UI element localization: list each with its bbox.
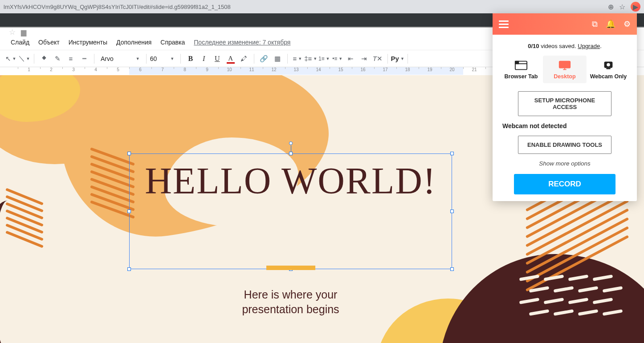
bold-button[interactable]: B [184, 52, 197, 65]
resize-handle-sw[interactable] [127, 267, 131, 271]
svg-point-3 [607, 63, 610, 67]
font-size-select[interactable]: 60▼ [150, 55, 177, 62]
indent-increase-button[interactable]: ⇥ [358, 52, 371, 65]
menu-addons[interactable]: Дополнения [112, 36, 156, 49]
mode-desktop[interactable]: Desktop [543, 56, 587, 83]
title-text-box-selected[interactable]: HELLO WORLD! [129, 153, 452, 269]
highlight-color-button[interactable]: 🖍 [238, 52, 250, 65]
menu-slide[interactable]: Слайд [6, 36, 34, 49]
clear-formatting-button[interactable]: T✕ [371, 52, 384, 65]
resize-handle-se[interactable] [450, 267, 454, 271]
menu-object[interactable]: Объект [34, 36, 64, 49]
browser-actions: ⊕ ☆ ▶ [608, 2, 640, 12]
italic-button[interactable]: I [198, 52, 210, 65]
decorative-underline-bar [266, 266, 315, 270]
insert-comment-icon[interactable]: ▦ [271, 52, 284, 65]
zoom-icon[interactable]: ⊕ [608, 3, 614, 11]
font-family-select[interactable]: Arvo▼ [98, 53, 143, 65]
resize-handle-w[interactable] [127, 210, 131, 213]
capture-mode-row: Browser Tab Desktop Webcam Only [499, 56, 630, 83]
subtitle-line: presentation begins [242, 303, 339, 315]
enable-drawing-button[interactable]: ENABLE DRAWING TOOLS [518, 136, 611, 154]
slide-title-text[interactable]: HELLO WORLD! [130, 154, 452, 204]
saved-count: 0/10 [528, 43, 539, 49]
setup-mic-button[interactable]: SETUP MICROPHONE ACCESS [518, 91, 611, 116]
record-button[interactable]: RECORD [514, 174, 615, 194]
align-button[interactable]: ≡▼ [291, 52, 304, 65]
browser-address-bar: lmXYfsVkHCOVm9g8UYWq_QgWPj8S4sYIriTcJ0IT… [0, 0, 644, 13]
rotate-handle[interactable] [289, 141, 293, 145]
mode-webcam[interactable]: Webcam Only [587, 56, 630, 83]
insert-link-icon[interactable]: 🔗 [258, 52, 270, 65]
bookmark-star-icon[interactable]: ☆ [619, 3, 625, 11]
upgrade-link[interactable]: Upgrade [578, 43, 600, 49]
decorative-dashes [519, 276, 617, 330]
underline-button[interactable]: U [211, 52, 224, 65]
select-tool[interactable]: ↖▼ [4, 52, 17, 65]
url-text: lmXYfsVkHCOVm9g8UYWq_QgWPj8S4sYIriTcJ0IT… [4, 4, 608, 10]
border-color-icon[interactable]: ✎ [51, 52, 64, 65]
bulleted-list-button[interactable]: •≡▼ [331, 52, 344, 65]
ext-panel-header: ⧉ 🔔 ⚙ [493, 13, 637, 35]
subtitle-line: Here is where your [244, 288, 338, 301]
border-weight-icon[interactable]: ≡ [65, 52, 77, 65]
resize-handle-ne[interactable] [450, 152, 454, 155]
decorative-stripes [4, 195, 76, 249]
webcam-status-text: Webcam not detected [502, 122, 567, 129]
indent-decrease-button[interactable]: ⇤ [345, 52, 357, 65]
ext-library-icon[interactable]: ⧉ [592, 20, 598, 29]
numbered-list-button[interactable]: 1≡▼ [318, 52, 330, 65]
line-tool[interactable]: ＼▼ [18, 52, 30, 65]
ext-notifications-icon[interactable]: 🔔 [606, 19, 615, 29]
fill-color-icon[interactable] [38, 52, 50, 65]
resize-handle-nw[interactable] [127, 152, 131, 155]
line-spacing-button[interactable]: ‡≡▼ [305, 52, 317, 65]
text-color-button[interactable]: A [224, 52, 237, 65]
extension-badge-icon[interactable]: ▶ [631, 2, 640, 12]
paragraph-style-button[interactable]: Py▼ [391, 52, 404, 65]
resize-handle-n[interactable] [289, 152, 293, 155]
resize-handle-e[interactable] [450, 210, 454, 213]
ext-menu-icon[interactable] [499, 20, 509, 28]
border-dash-icon[interactable]: ┅ [78, 52, 90, 65]
videos-saved-status: 0/10 videos saved. Upgrade. [528, 43, 602, 49]
last-edit-link[interactable]: Последнее изменение: 7 октября [194, 39, 290, 46]
screen-recorder-panel: ⧉ 🔔 ⚙ 0/10 videos saved. Upgrade. Browse… [493, 13, 637, 201]
slide-subtitle-text[interactable]: Here is where your presentation begins [129, 287, 452, 316]
ext-settings-icon[interactable]: ⚙ [624, 19, 631, 29]
menu-tools[interactable]: Инструменты [64, 36, 112, 49]
svg-rect-1 [559, 61, 570, 68]
show-more-options-link[interactable]: Show more options [539, 160, 591, 167]
svg-rect-4 [606, 68, 610, 69]
menu-help[interactable]: Справка [156, 36, 189, 49]
mode-browser-tab[interactable]: Browser Tab [499, 56, 543, 83]
